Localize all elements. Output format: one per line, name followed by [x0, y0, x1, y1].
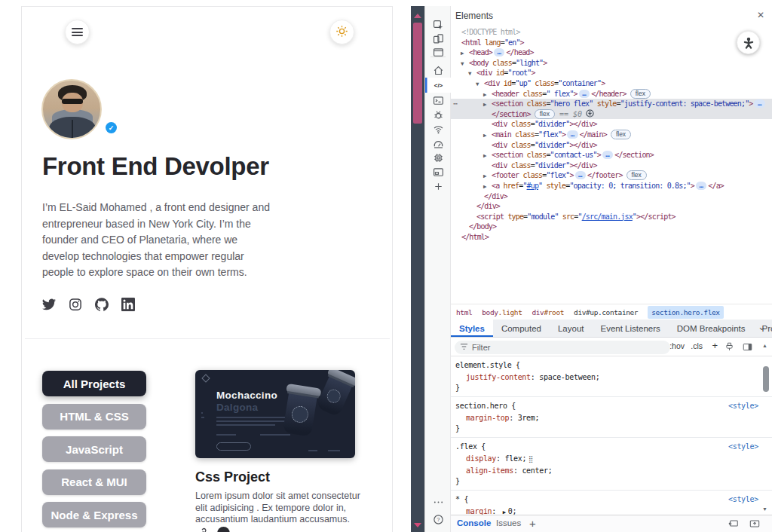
browser-window-icon[interactable]: [425, 44, 451, 60]
collapse-arrow-icon[interactable]: ▼: [461, 59, 469, 69]
flex-badge[interactable]: flex: [626, 170, 647, 180]
tab-dom-breakpoints[interactable]: DOM Breakpoints: [669, 320, 754, 337]
row-menu-dots-icon[interactable]: ⋯: [453, 99, 458, 109]
css-declaration[interactable]: display: flex;⣿: [455, 453, 758, 465]
dom-tree-row[interactable]: </html>: [451, 232, 772, 243]
flex-badge[interactable]: flex: [611, 130, 631, 139]
css-declaration[interactable]: justify-content: space-between;: [455, 371, 758, 383]
dom-tree-row[interactable]: ▼<div id="root">: [451, 68, 772, 78]
expand-value-icon[interactable]: ▶: [503, 509, 506, 515]
issues-tab[interactable]: Issues: [496, 518, 521, 527]
dock-icon[interactable]: [728, 519, 739, 530]
expand-arrow-icon[interactable]: ▶: [483, 90, 492, 100]
github-icon[interactable]: [95, 298, 109, 311]
scrollbar-thumb[interactable]: [413, 23, 422, 124]
theme-toggle-button[interactable]: [329, 20, 354, 44]
filter-button-all-projects[interactable]: All Projects: [42, 371, 146, 396]
expand-arrow-icon[interactable]: ▶: [483, 151, 492, 161]
dom-tree-row[interactable]: <div class="divider"></div>: [451, 119, 772, 130]
dom-tree-row[interactable]: </div>: [451, 201, 772, 212]
styles-scrollbar-thumb[interactable]: [763, 366, 769, 392]
console-panel-icon[interactable]: [425, 93, 451, 108]
style-source-link[interactable]: <style>: [728, 401, 758, 412]
accessibility-person-icon[interactable]: [737, 31, 760, 54]
styles-scroll-down-icon[interactable]: ▼: [762, 506, 767, 512]
collapse-arrow-icon[interactable]: ▼: [468, 69, 476, 79]
dom-tree-row-selected[interactable]: </section>flex== $0: [451, 109, 772, 120]
project-github-icon[interactable]: [217, 527, 230, 532]
overflow-menu-icon[interactable]: [425, 494, 451, 509]
dom-tree-row[interactable]: </body>: [451, 222, 772, 232]
rendering-brush-icon[interactable]: [725, 342, 734, 353]
toggle-hov-button[interactable]: :hov: [669, 341, 685, 350]
panel-expand-icon[interactable]: [749, 519, 760, 530]
filter-button-html-css[interactable]: HTML & CSS: [42, 404, 146, 430]
memory-panel-icon[interactable]: [425, 150, 451, 165]
instagram-icon[interactable]: [69, 298, 82, 311]
dom-tree-row-selected[interactable]: ⋯▶<section class="hero flex" style="just…: [451, 99, 772, 109]
console-tab[interactable]: Console: [457, 518, 491, 527]
expand-arrow-icon[interactable]: ▶: [483, 99, 492, 110]
dom-tree-row[interactable]: ▶<a href="#up" style="opacity: 0; transi…: [451, 181, 772, 191]
tab-layout[interactable]: Layout: [550, 320, 593, 337]
breadcrumb-item[interactable]: section.hero.flex: [648, 306, 723, 319]
dom-tree-row[interactable]: ▼<body class="light">: [451, 58, 772, 69]
tab-styles[interactable]: Styles: [451, 320, 493, 337]
dom-tree-row[interactable]: ▼<div id="up" class="container">: [451, 78, 772, 89]
sidebar-toggle-icon[interactable]: [743, 342, 752, 353]
css-declaration[interactable]: margin: ▶0;: [455, 506, 758, 515]
flex-badge[interactable]: flex: [535, 109, 555, 119]
scroll-down-arrow-icon[interactable]: [414, 523, 421, 527]
css-rule[interactable]: * {<style>margin: ▶0;padding: ▶0;}: [451, 491, 772, 515]
css-rule[interactable]: .flex {<style>display: flex;⣿align-items…: [451, 438, 772, 491]
dom-tree-row[interactable]: ▶<head>…</head>: [451, 47, 772, 58]
linkedin-icon[interactable]: [121, 298, 135, 311]
expand-ellipsis-button[interactable]: …: [575, 171, 586, 179]
filter-button-node-express[interactable]: Node & Express: [42, 502, 146, 527]
project-thumbnail[interactable]: Mochaccino Dalgona: [195, 370, 355, 458]
expand-arrow-icon[interactable]: ▶: [461, 48, 469, 59]
expand-arrow-icon[interactable]: ▶: [483, 171, 492, 182]
expand-ellipsis-button[interactable]: …: [494, 48, 504, 57]
styles-scroll-up-icon[interactable]: ▲: [762, 343, 767, 348]
css-declaration[interactable]: margin-top: 3rem;: [455, 412, 758, 423]
css-rule[interactable]: section.hero {<style>margin-top: 3rem;}: [451, 397, 772, 438]
twitter-icon[interactable]: [42, 298, 56, 311]
dom-tree-row[interactable]: <div class="divider"></div>: [451, 161, 772, 171]
close-icon[interactable]: ✕: [757, 10, 764, 20]
elements-panel-icon[interactable]: </>: [425, 78, 451, 93]
tab-event-listeners[interactable]: Event Listeners: [592, 320, 668, 337]
expand-arrow-icon[interactable]: ▶: [483, 182, 492, 192]
filter-button-javascript[interactable]: JavaScript: [42, 436, 146, 462]
breadcrumb-item[interactable]: html: [456, 307, 472, 318]
more-tools-icon[interactable]: [425, 179, 451, 194]
dom-tree-row[interactable]: ▶<footer class="flex">…</footer>flex: [451, 170, 772, 181]
expand-ellipsis-button[interactable]: …: [567, 130, 577, 139]
flex-badge[interactable]: flex: [630, 89, 651, 99]
filter-button-react-mui[interactable]: React & MUI: [42, 469, 146, 495]
expand-ellipsis-button[interactable]: …: [579, 90, 590, 98]
style-source-link[interactable]: <style>: [728, 442, 758, 453]
css-declaration[interactable]: align-items: center;: [455, 465, 758, 476]
css-rule[interactable]: element.style {justify-content: space-be…: [451, 356, 772, 397]
expand-ellipsis-button[interactable]: …: [696, 182, 706, 190]
dom-tree-row[interactable]: <html lang="en">: [451, 38, 772, 48]
tab-computed[interactable]: Computed: [493, 320, 550, 337]
debugger-icon[interactable]: [425, 107, 451, 122]
expand-arrow-icon[interactable]: ▶: [483, 130, 492, 141]
performance-panel-icon[interactable]: [425, 136, 451, 151]
dom-tree-row[interactable]: </div>: [451, 191, 772, 202]
new-style-rule-button[interactable]: +: [712, 340, 718, 351]
application-panel-icon[interactable]: [425, 164, 451, 179]
expand-ellipsis-button[interactable]: …: [754, 99, 764, 108]
dom-tree-row[interactable]: <script type="module" src="/src/main.jsx…: [451, 212, 772, 222]
breadcrumb-item[interactable]: div#root: [532, 307, 564, 318]
add-drawer-tab-button[interactable]: +: [529, 517, 536, 530]
breadcrumb-item[interactable]: body.light: [482, 307, 522, 318]
dom-tree-row[interactable]: <!DOCTYPE html>: [451, 27, 772, 38]
flex-editor-icon[interactable]: ⣿: [528, 454, 534, 465]
expand-ellipsis-button[interactable]: …: [602, 151, 613, 159]
collapse-arrow-icon[interactable]: ▼: [476, 79, 484, 90]
device-emulation-icon[interactable]: [425, 31, 451, 46]
style-source-link[interactable]: <style>: [728, 494, 758, 506]
